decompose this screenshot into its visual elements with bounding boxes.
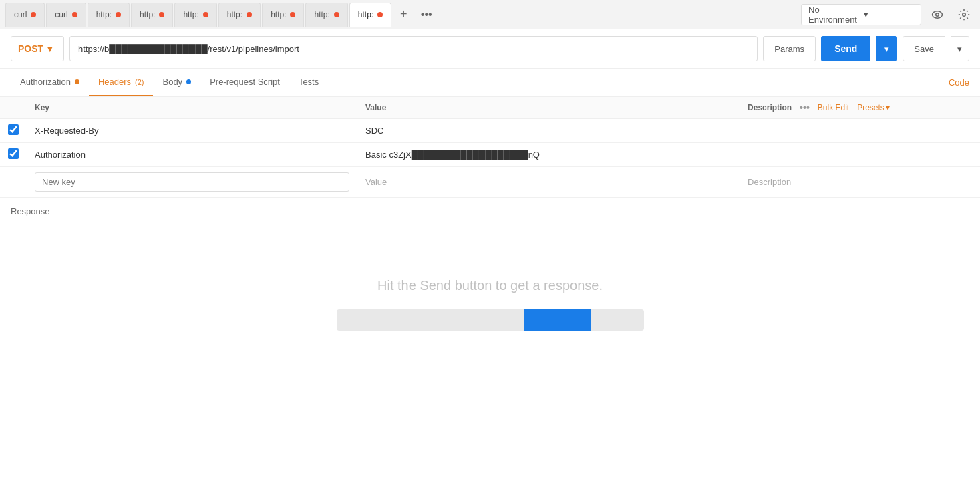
row-checkbox-cell [0, 119, 27, 143]
header-desc-cell[interactable] [740, 143, 980, 167]
eye-icon[interactable] [927, 4, 948, 25]
tab-tests-label: Tests [299, 77, 319, 87]
header-key-value: X-Requested-By [35, 126, 98, 136]
env-label: No Environment [808, 5, 858, 25]
col-header-key: Key [27, 97, 357, 119]
tab-tests[interactable]: Tests [289, 69, 328, 96]
chevron-down-icon [957, 44, 962, 54]
row-checkbox-cell [0, 143, 27, 167]
tab-label: http: [271, 10, 286, 19]
table-row: X-Requested-By SDC [0, 119, 980, 143]
svg-point-0 [933, 11, 943, 18]
tab-headers-badge: (2) [135, 78, 144, 86]
method-label: POST [18, 43, 43, 54]
tab-curl-1[interactable]: curl [5, 3, 45, 27]
tab-dot [72, 12, 77, 17]
header-value-cell[interactable]: SDC [357, 119, 740, 143]
presets-label: Presets [857, 103, 884, 112]
more-tabs-button[interactable]: ••• [416, 4, 437, 25]
tab-dot [159, 12, 164, 17]
tab-http-4[interactable]: http: [218, 3, 261, 27]
tab-label: http: [140, 10, 155, 19]
tab-http-2[interactable]: http: [131, 3, 173, 27]
header-key-cell[interactable]: X-Requested-By [27, 119, 357, 143]
settings-icon[interactable] [953, 4, 975, 25]
tab-headers[interactable]: Headers (2) [89, 69, 154, 96]
tab-http-7[interactable]: http: [349, 3, 391, 27]
new-key-cell[interactable] [27, 167, 357, 198]
header-desc-cell[interactable] [740, 119, 980, 143]
tab-label: http: [314, 10, 329, 19]
tab-bar: curl curl http: http: http: http: http: … [0, 0, 980, 29]
row-checkbox[interactable] [8, 148, 19, 159]
params-button[interactable]: Params [763, 36, 816, 61]
headers-table: Key Value Description ••• Bulk Edit Pres… [0, 97, 980, 198]
save-dropdown-button[interactable] [951, 36, 969, 61]
tab-dot [377, 12, 383, 17]
tab-label: http: [227, 10, 242, 19]
chevron-down-icon [864, 9, 914, 19]
hit-send-section: Hit the Send button to get a response. [0, 224, 980, 357]
tab-authorization[interactable]: Authorization [11, 69, 89, 96]
new-row-checkbox-cell [0, 167, 27, 198]
add-tab-button[interactable]: + [393, 4, 414, 25]
method-selector[interactable]: POST [11, 36, 64, 61]
tab-http-6[interactable]: http: [305, 3, 347, 27]
tab-headers-label: Headers [98, 77, 131, 87]
url-bar: POST Params Send Save [0, 29, 980, 69]
new-key-row: Value Description [0, 167, 980, 198]
tab-http-1[interactable]: http: [88, 3, 130, 27]
tab-label: curl [14, 10, 27, 19]
response-section: Response [0, 198, 980, 224]
presets-button[interactable]: Presets [857, 103, 890, 112]
col-header-value: Value [357, 97, 740, 119]
tab-body[interactable]: Body [153, 69, 200, 96]
dot-icon [186, 79, 191, 84]
more-actions-icon[interactable]: ••• [800, 102, 810, 113]
tab-authorization-label: Authorization [20, 77, 71, 87]
new-key-input[interactable] [35, 172, 349, 192]
tab-pre-request-script[interactable]: Pre-request Script [200, 69, 289, 96]
request-tabs: Authorization Headers (2) Body Pre-reque… [0, 69, 980, 97]
send-dropdown-button[interactable] [876, 36, 897, 61]
tab-dot [290, 12, 295, 17]
header-value-value: Basic c3ZjX███████████████████nQ= [365, 150, 545, 160]
send-button[interactable]: Send [821, 36, 870, 61]
environment-selector[interactable]: No Environment [801, 4, 921, 25]
tab-http-3[interactable]: http: [174, 3, 216, 27]
header-value-value: SDC [365, 126, 383, 136]
tab-dot [31, 12, 36, 17]
tab-dot [247, 12, 252, 17]
header-key-cell[interactable]: Authorization [27, 143, 357, 167]
tab-curl-2[interactable]: curl [46, 3, 86, 27]
row-checkbox[interactable] [8, 124, 19, 135]
tab-label: http: [96, 10, 112, 19]
response-label: Response [11, 206, 50, 216]
tab-label: http: [183, 10, 198, 19]
new-desc-cell[interactable]: Description [740, 167, 980, 198]
chevron-down-icon [886, 103, 890, 112]
tab-body-label: Body [162, 77, 182, 87]
tab-label: curl [55, 10, 67, 19]
new-desc-placeholder: Description [748, 177, 791, 187]
bulk-edit-button[interactable]: Bulk Edit [818, 103, 849, 112]
tab-dot [116, 12, 121, 17]
bar-mid [524, 309, 591, 331]
tab-http-5[interactable]: http: [262, 3, 304, 27]
tab-dot [334, 12, 339, 17]
description-label: Description [748, 103, 792, 112]
hit-send-text: Hit the Send button to get a response. [377, 278, 603, 293]
new-value-cell[interactable]: Value [357, 167, 740, 198]
col-header-checkbox [0, 97, 27, 119]
header-key-value: Authorization [35, 150, 86, 160]
url-input[interactable] [69, 36, 758, 61]
code-link[interactable]: Code [949, 77, 969, 88]
bar-right [591, 309, 644, 331]
save-button[interactable]: Save [903, 36, 945, 61]
tab-pre-request-label: Pre-request Script [210, 77, 280, 87]
dot-icon [75, 79, 79, 84]
svg-point-2 [963, 13, 966, 16]
svg-point-1 [936, 13, 939, 16]
tab-right-section: No Environment [801, 4, 975, 25]
header-value-cell[interactable]: Basic c3ZjX███████████████████nQ= [357, 143, 740, 167]
